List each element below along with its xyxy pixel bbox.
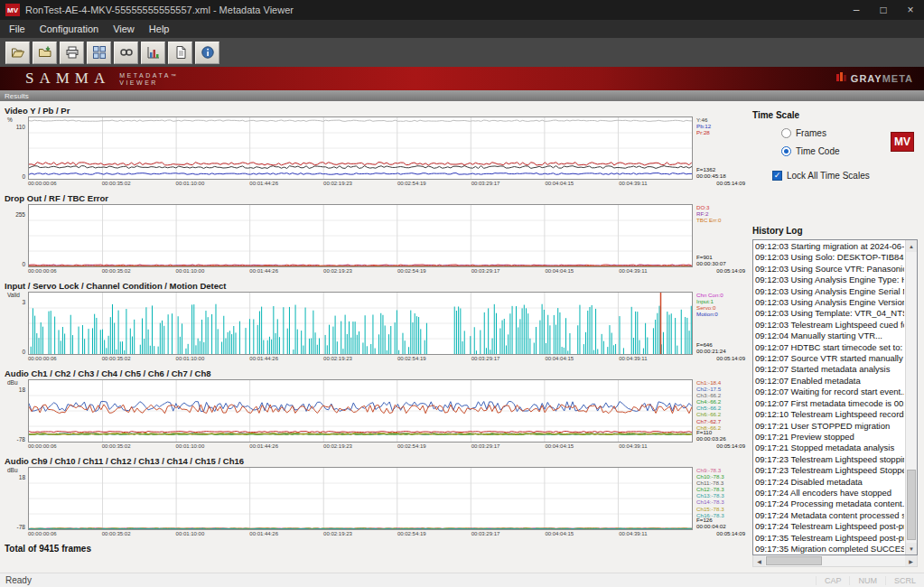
- minimize-button[interactable]: –: [843, 0, 870, 20]
- history-log-entry: 09:17:35 Migration completed SUCCESSFULL…: [755, 544, 904, 554]
- x-tick-label: 00:04:04:15: [545, 531, 574, 536]
- history-horizontal-scrollbar[interactable]: [752, 555, 918, 567]
- maximize-button[interactable]: □: [870, 0, 897, 20]
- menu-item-configuration[interactable]: Configuration: [33, 20, 106, 38]
- chart-panel: Audio Ch9 / Ch10 / Ch11 / Ch12 / Ch13 / …: [5, 456, 749, 539]
- menu-item-help[interactable]: Help: [142, 20, 177, 38]
- history-log-entry: 09:17:35 Telestream Lightspeed post-proc…: [755, 533, 904, 544]
- legend-entry: Pr:28: [696, 129, 749, 135]
- x-tick-label: 00:01:44:26: [249, 356, 278, 361]
- x-tick-label: 00:02:19:23: [323, 443, 352, 449]
- print-button[interactable]: [60, 42, 84, 64]
- vertical-scrollbar-thumb[interactable]: [907, 470, 916, 540]
- legend-bottom: F=136200:00:45:18: [696, 166, 726, 180]
- graymeta-icon: [836, 70, 847, 87]
- x-axis: 00:00:00:0600:00:35:0200:01:10:0000:01:4…: [28, 443, 693, 452]
- x-axis: 00:00:00:0600:00:35:0200:01:10:0000:01:4…: [28, 180, 693, 189]
- legend-entry: Ch13:-78.3: [696, 492, 749, 498]
- history-log-entry: 09:17:21 Stopped metadata analysis: [755, 443, 904, 453]
- x-tick-label: 00:01:10:00: [176, 531, 205, 536]
- x-tick-label: 00:02:54:19: [397, 268, 426, 274]
- x-tick-label: 00:04:04:15: [545, 443, 574, 449]
- chart-plot[interactable]: [28, 292, 693, 355]
- legend-bottom: F=12600:00:04:02: [696, 517, 726, 530]
- close-button[interactable]: ×: [897, 0, 924, 20]
- printer-icon: [65, 45, 79, 60]
- scroll-down-arrow-icon[interactable]: [906, 543, 917, 554]
- x-tick-label: 00:00:00:06: [28, 268, 57, 274]
- legend-entry: Ch7:-62.7: [696, 418, 749, 424]
- history-log-entry: 09:12:03 Using Solo: DESKTOP-TIB84IJ: [755, 252, 904, 263]
- info-icon: [201, 45, 215, 60]
- cursor-timecode-label: 00:00:04:02: [696, 523, 726, 530]
- horizontal-scrollbar-thumb[interactable]: [766, 556, 822, 565]
- legend-bottom: F=64600:00:21:24: [696, 341, 726, 355]
- cursor-timecode-label: 00:00:21:24: [696, 348, 726, 355]
- history-log-entry: 09:17:21 User STOPPED migration: [755, 421, 904, 432]
- x-tick-label: 00:04:39:11: [619, 268, 647, 274]
- x-tick-label: 00:02:19:23: [323, 181, 352, 186]
- chart-body: %1100Y:46Pb:12Pr:28F=136200:00:45:18: [5, 116, 749, 180]
- status-indicators: CAPNUMSCRL: [816, 573, 924, 587]
- x-tick-label: 00:00:35:02: [102, 181, 131, 186]
- chart-plot[interactable]: [28, 467, 693, 530]
- link-icon: [119, 45, 134, 60]
- x-tick-label: 00:01:10:00: [176, 443, 205, 449]
- history-vertical-scrollbar[interactable]: [905, 240, 917, 554]
- total-frames-label: Total of 9415 frames: [5, 544, 749, 554]
- x-tick-label: 00:02:54:19: [397, 531, 426, 536]
- samma-sub-text: METADATA™ VIEWER: [119, 70, 178, 87]
- chart-plot[interactable]: [28, 204, 693, 267]
- chart-panel: Audio Ch1 / Ch2 / Ch3 / Ch4 / Ch5 / Ch6 …: [5, 368, 749, 452]
- chart-view-button[interactable]: [141, 42, 165, 64]
- scroll-right-arrow-icon[interactable]: [905, 555, 917, 566]
- scroll-up-arrow-icon[interactable]: [906, 240, 917, 252]
- lock-all-time-scales-checkbox[interactable]: Lock All Time Scales: [772, 171, 918, 181]
- checkbox-label: Lock All Time Scales: [787, 171, 870, 181]
- scroll-left-arrow-icon[interactable]: [753, 555, 765, 566]
- menu-item-view[interactable]: View: [106, 20, 142, 38]
- x-tick-label: 00:02:54:19: [397, 356, 426, 361]
- x-tick-label: 00:01:44:26: [249, 181, 278, 186]
- x-tick-label: 00:01:44:26: [249, 531, 278, 536]
- tile-view-button[interactable]: [87, 42, 111, 64]
- history-log-list[interactable]: 09:12:03 Starting migration at 2024-06-1…: [752, 239, 918, 555]
- legend-entry: Ch12:-78.3: [696, 486, 749, 492]
- frame-count-label: F=126: [696, 517, 726, 524]
- report-button[interactable]: [168, 42, 192, 64]
- chart-panel: Input / Servo Lock / Channel Condition /…: [5, 281, 749, 364]
- x-tick-label: 00:02:19:23: [323, 356, 352, 361]
- history-log-entry: 09:12:03 Using Analysis Engine Type: HD: [755, 275, 904, 285]
- x-tick-label: 00:03:29:17: [471, 181, 500, 186]
- legend-entry: TBC Err:0: [696, 217, 749, 223]
- brand-banner: SAMMA METADATA™ VIEWER GRAYMETA: [0, 67, 924, 90]
- chart-plot[interactable]: [28, 379, 693, 443]
- checkbox-checked-icon: [772, 171, 782, 181]
- menu-item-file[interactable]: File: [2, 20, 33, 38]
- history-log-entry: 09:12:07 Started metadata analysis: [755, 364, 904, 375]
- y-axis-unit: %: [7, 116, 13, 123]
- history-log-entry: 09:17:23 Telestream Lightspeed stopping.…: [755, 454, 904, 465]
- graymeta-text-gray: GRAY: [851, 73, 882, 84]
- legend-entry: RF:2: [696, 210, 749, 217]
- radio-label: Time Code: [796, 146, 840, 156]
- legend-entry: Ch11:-78.3: [696, 480, 749, 486]
- x-tick-label: 00:04:39:11: [619, 181, 647, 186]
- about-button[interactable]: [195, 42, 219, 64]
- open-session-button[interactable]: [33, 42, 57, 64]
- end-timecode-label: 00:05:14:09: [716, 443, 745, 449]
- link-scales-button[interactable]: [114, 42, 138, 64]
- history-log-entry: 09:12:03 Using Template: VTR_04_NTSC_MAN: [755, 308, 904, 319]
- legend-bottom: F=11000:00:03:26: [696, 429, 726, 443]
- document-icon: [173, 45, 188, 60]
- end-timecode-label: 00:05:14:09: [716, 181, 745, 186]
- chart-plot[interactable]: [28, 116, 693, 180]
- x-tick-label: 00:00:00:06: [28, 531, 57, 536]
- open-file-button[interactable]: [5, 42, 30, 64]
- status-message: Ready: [0, 575, 816, 585]
- x-tick-label: 00:03:29:17: [471, 531, 500, 536]
- x-tick-label: 00:01:10:00: [176, 181, 205, 186]
- radio-icon: [781, 128, 791, 138]
- x-tick-label: 00:03:29:17: [471, 356, 500, 361]
- y-axis: dBu18-78: [5, 467, 28, 530]
